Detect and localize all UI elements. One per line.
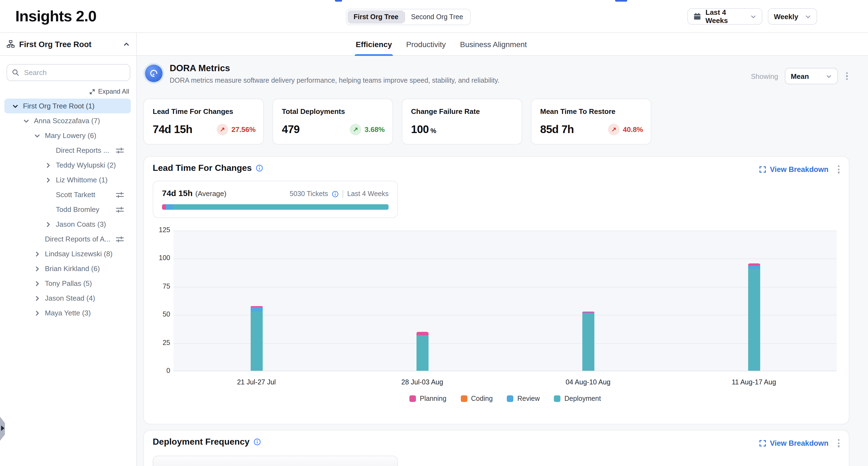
- tree-item-label: Liz Whittome (1): [56, 176, 107, 184]
- date-range-select[interactable]: Last 4 Weeks: [687, 8, 763, 25]
- tree-item-liz-whittome-1[interactable]: Liz Whittome (1): [0, 173, 136, 187]
- showing-select[interactable]: Mean: [785, 68, 838, 84]
- stacked-bar-28-jul-03-aug[interactable]: [416, 332, 428, 371]
- search-input[interactable]: [23, 68, 125, 77]
- legend-item-coding[interactable]: Coding: [461, 395, 493, 403]
- granularity-select[interactable]: Weekly: [768, 8, 817, 25]
- stacked-bar-04-aug-10-aug[interactable]: [582, 311, 594, 371]
- toggle-second-org-tree[interactable]: Second Org Tree: [405, 10, 469, 24]
- expand-all-button[interactable]: Expand All: [90, 88, 129, 95]
- info-icon[interactable]: [332, 190, 339, 197]
- chevron-right-icon[interactable]: [34, 295, 40, 301]
- kebab-menu-icon[interactable]: [836, 438, 841, 449]
- chevron-up-icon[interactable]: [123, 41, 130, 47]
- filter-icon[interactable]: [116, 191, 124, 199]
- legend-item-planning[interactable]: Planning: [409, 395, 446, 403]
- tab-productivity[interactable]: Productivity: [406, 33, 446, 56]
- chevron-right-icon[interactable]: [34, 251, 40, 257]
- bar-segment-deployment[interactable]: [416, 336, 428, 371]
- trend-up-icon: ↗: [608, 124, 620, 135]
- bar-segment-planning[interactable]: [748, 263, 760, 265]
- metric-title: Lead Time For Changes: [153, 107, 254, 116]
- legend-swatch: [409, 396, 416, 402]
- bar-segment-review[interactable]: [748, 266, 760, 269]
- deployment-frequency-title: Deployment Frequency: [153, 437, 250, 447]
- chevron-right-icon[interactable]: [45, 162, 52, 168]
- tree-item-brian-kirkland-6[interactable]: Brian Kirkland (6): [0, 261, 136, 276]
- tree-item-lindsay-liszewski-8[interactable]: Lindsay Liszewski (8): [0, 246, 136, 261]
- bar-segment-deployment[interactable]: [582, 313, 594, 371]
- tree-item-mary-lowery-6[interactable]: Mary Lowery (6): [0, 128, 136, 143]
- insights-app: Insights 2.0 First Org Tree Second Org T…: [0, 0, 868, 466]
- tree-item-maya-yette-3[interactable]: Maya Yette (3): [0, 305, 136, 320]
- tree-item-anna-scozzafava-7[interactable]: Anna Scozzafava (7): [0, 113, 136, 128]
- trend-delta: 40.8%: [623, 125, 643, 134]
- metric-card-mean-time-to-restore[interactable]: Mean Time To Restore85d 7h↗40.8%: [531, 98, 651, 145]
- chevron-down-icon[interactable]: [23, 117, 30, 124]
- tree-item-label: Brian Kirkland (6): [45, 264, 100, 273]
- tree-item-label: Todd Bromley: [56, 205, 99, 213]
- chevron-right-icon[interactable]: [34, 265, 40, 272]
- chevron-right-icon[interactable]: [34, 310, 40, 316]
- chart-band-21-jul-27-jul: [174, 231, 339, 371]
- tree-item-todd-bromley[interactable]: Todd Bromley: [0, 202, 136, 217]
- tree-item-first-org-tree-root-1[interactable]: First Org Tree Root (1): [0, 98, 136, 113]
- chevron-right-icon[interactable]: [34, 280, 40, 287]
- x-axis-label: 28 Jul-03 Aug: [339, 378, 505, 386]
- legend-item-deployment[interactable]: Deployment: [554, 395, 601, 403]
- view-breakdown-button[interactable]: View Breakdown: [759, 165, 829, 174]
- bar-segment-planning[interactable]: [416, 332, 428, 335]
- metric-value: 479: [282, 123, 300, 136]
- legend-label: Deployment: [564, 395, 601, 403]
- expand-corners-icon: [759, 166, 766, 173]
- trend-badge: ↗40.8%: [608, 124, 643, 135]
- chevron-down-icon[interactable]: [34, 132, 40, 139]
- top-header: Insights 2.0 First Org Tree Second Org T…: [0, 0, 868, 33]
- tree-item-label: Tony Pallas (5): [45, 279, 92, 288]
- legend-item-review[interactable]: Review: [507, 395, 540, 403]
- filter-icon[interactable]: [116, 235, 124, 243]
- tree-item-direct-reports[interactable]: Direct Reports ...: [0, 143, 136, 158]
- metric-card-lead-time-for-changes[interactable]: Lead Time For Changes74d 15h↗27.56%: [144, 98, 264, 145]
- toggle-first-org-tree[interactable]: First Org Tree: [347, 10, 404, 24]
- lead-time-title: Lead Time For Changes: [153, 163, 252, 173]
- trend-badge: ↗3.68%: [350, 124, 385, 135]
- kebab-menu-icon[interactable]: [844, 70, 849, 82]
- org-chart-icon: [6, 40, 15, 48]
- tree-item-label: Teddy Wylupski (2): [56, 161, 116, 169]
- tree-item-tony-pallas-5[interactable]: Tony Pallas (5): [0, 276, 136, 291]
- kebab-menu-icon[interactable]: [836, 164, 841, 175]
- legend-label: Coding: [471, 395, 493, 403]
- stacked-bar-21-jul-27-jul[interactable]: [250, 306, 262, 371]
- metric-cards-row: Lead Time For Changes74d 15h↗27.56%Total…: [144, 98, 651, 145]
- tab-efficiency[interactable]: Efficiency: [356, 33, 392, 56]
- legend-label: Planning: [420, 395, 446, 403]
- tab-business-alignment[interactable]: Business Alignment: [460, 33, 527, 56]
- summary-range: Last 4 Weeks: [347, 190, 389, 198]
- tree-item-direct-reports-of-a[interactable]: Direct Reports of A...: [0, 232, 136, 246]
- y-axis-tick: 50: [154, 311, 170, 318]
- info-icon[interactable]: [253, 438, 261, 446]
- tree-item-scott-tarkett[interactable]: Scott Tarkett: [0, 187, 136, 202]
- chevron-right-icon[interactable]: [45, 221, 52, 228]
- view-breakdown-button[interactable]: View Breakdown: [759, 439, 829, 447]
- org-tree-toggle: First Org Tree Second Org Tree: [346, 9, 471, 25]
- filter-icon[interactable]: [116, 206, 124, 213]
- bar-segment-deployment[interactable]: [250, 312, 262, 371]
- bar-segment-deployment[interactable]: [748, 269, 760, 371]
- info-icon[interactable]: [256, 164, 263, 172]
- filter-icon[interactable]: [116, 146, 124, 154]
- metric-card-change-failure-rate[interactable]: Change Failure Rate100%: [402, 98, 522, 145]
- y-axis-tick: 25: [154, 339, 170, 346]
- tree-item-jason-coats-3[interactable]: Jason Coats (3): [0, 217, 136, 232]
- tree-item-jason-stead-4[interactable]: Jason Stead (4): [0, 291, 136, 305]
- distribution-segment-review: [165, 204, 173, 210]
- tree-item-teddy-wylupski-2[interactable]: Teddy Wylupski (2): [0, 158, 136, 173]
- bar-segment-review[interactable]: [250, 307, 262, 312]
- chevron-down-icon[interactable]: [12, 103, 19, 109]
- sidebar-header[interactable]: First Org Tree Root: [0, 33, 136, 56]
- browser-artifact: [615, 0, 627, 2]
- metric-card-total-deployments[interactable]: Total Deployments479↗3.68%: [273, 98, 393, 145]
- chevron-right-icon[interactable]: [45, 177, 52, 183]
- stacked-bar-11-aug-17-aug[interactable]: [748, 263, 760, 371]
